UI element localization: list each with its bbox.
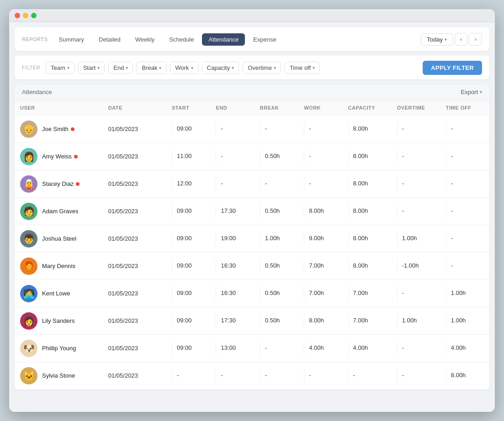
col-header-break: BREAK	[255, 100, 298, 116]
filter-start[interactable]: Start ▾	[78, 62, 105, 74]
timeoff-cell: 8.00h	[440, 362, 489, 389]
user-cell: 👩 Amy Weiss	[15, 143, 103, 170]
col-header-overtime: OVERTIME	[392, 100, 440, 116]
date-cell: 01/05/2023	[103, 143, 166, 170]
divider	[260, 287, 260, 300]
end-cell: 17:30	[210, 307, 254, 335]
work-cell: -	[298, 143, 342, 170]
work-cell: 8.00h	[298, 307, 342, 335]
work-cell: 8.00h	[298, 198, 342, 225]
user-name: Kent Lowe	[42, 290, 70, 297]
overtime-cell: -	[392, 116, 440, 143]
timeoff-cell: -	[440, 198, 489, 225]
filter-break[interactable]: Break ▾	[137, 62, 166, 74]
work-cell: 9.00h	[298, 225, 342, 253]
chevron-down-icon: ▾	[232, 65, 234, 70]
tab-schedule[interactable]: Schedule	[163, 33, 200, 46]
overtime-cell: -1.00h	[392, 253, 440, 280]
divider	[304, 259, 304, 273]
start-cell: 09:00	[166, 225, 210, 253]
capacity-cell: 8.00h	[343, 143, 392, 170]
user-cell: 🐶 Phillip Young	[15, 335, 103, 362]
divider	[172, 369, 172, 383]
table-row[interactable]: 🐶 Phillip Young 01/05/2023 09:00 13:00 -…	[15, 335, 489, 362]
col-header-timeoff: TIME OFF	[440, 100, 489, 116]
end-cell: -	[210, 362, 254, 389]
tab-attendance[interactable]: Attendance	[202, 33, 245, 46]
break-cell: 0.50h	[255, 253, 298, 280]
overtime-cell: 1.00h	[392, 225, 440, 253]
filter-work[interactable]: Work ▾	[170, 62, 198, 74]
divider	[348, 177, 349, 191]
export-button[interactable]: Export ▾	[461, 89, 482, 95]
filter-end[interactable]: End ▾	[108, 62, 133, 74]
apply-filter-button[interactable]: APPLY FILTER	[423, 61, 482, 75]
table-row[interactable]: 🧝 Stacey Diaz 01/05/2023 12:00 - - - 8.0…	[15, 170, 489, 198]
end-cell: 16:30	[210, 253, 254, 280]
work-cell: 7.00h	[298, 253, 342, 280]
table-row[interactable]: 🧑‍💻 Kent Lowe 01/05/2023 09:00 16:30 0.5…	[15, 280, 489, 307]
tab-summary[interactable]: Summary	[52, 33, 90, 46]
divider	[397, 122, 398, 136]
attendance-table-container: Attendance Export ▾ USER DATE START END …	[15, 84, 489, 389]
table-row[interactable]: 👩 Lily Sanders 01/05/2023 09:00 17:30 0.…	[15, 307, 489, 335]
today-button[interactable]: Today ▾	[421, 33, 453, 46]
user-cell: 🧝 Stacey Diaz	[15, 170, 103, 198]
table-row[interactable]: 👴 Joe Smith 01/05/2023 09:00 - - - 8.00h…	[15, 116, 489, 143]
capacity-cell: -	[343, 362, 392, 389]
maximize-icon[interactable]	[31, 13, 37, 18]
tab-weekly[interactable]: Weekly	[129, 33, 161, 46]
close-icon[interactable]	[15, 13, 20, 18]
tab-detailed[interactable]: Detailed	[92, 33, 127, 46]
table-row[interactable]: 🧑 Adam Graves 01/05/2023 09:00 17:30 0.5…	[15, 198, 489, 225]
minimize-icon[interactable]	[23, 13, 28, 18]
table-row[interactable]: 🐱 Sylvia Stone 01/05/2023 - - - - - -	[15, 362, 489, 389]
filter-overtime[interactable]: Overtime ▾	[243, 62, 281, 74]
divider	[397, 287, 398, 300]
divider	[216, 205, 216, 218]
work-cell: -	[298, 362, 342, 389]
break-cell: -	[255, 170, 298, 198]
divider	[397, 314, 398, 328]
divider	[216, 314, 216, 328]
overtime-cell: -	[392, 335, 440, 362]
overtime-cell: -	[392, 362, 440, 389]
table-row[interactable]: 👦 Joshua Steel 01/05/2023 09:00 19:00 1.…	[15, 225, 489, 253]
capacity-cell: 8.00h	[343, 225, 392, 253]
divider	[446, 369, 446, 383]
date-cell: 01/05/2023	[103, 362, 166, 389]
user-cell: 🧑 Adam Graves	[15, 198, 103, 225]
break-cell: 0.50h	[255, 280, 298, 307]
work-cell: -	[298, 170, 342, 198]
divider	[260, 342, 260, 355]
prev-arrow-button[interactable]: ‹	[455, 33, 467, 46]
table-header-bar: Attendance Export ▾	[15, 84, 489, 100]
next-arrow-button[interactable]: ›	[469, 33, 482, 46]
divider	[446, 314, 446, 328]
timeoff-cell: 1.00h	[440, 307, 489, 335]
user-name: Joe Smith	[42, 126, 69, 132]
filter-time-off[interactable]: Time off ▾	[285, 62, 320, 74]
table-row[interactable]: 🧑‍🦰 Mary Dennis 01/05/2023 09:00 16:30 0…	[15, 253, 489, 280]
filter-team[interactable]: Team ▾	[46, 62, 74, 74]
nav-right: Today ▾ ‹ ›	[421, 33, 482, 46]
tab-expense[interactable]: Expense	[247, 33, 283, 46]
divider	[348, 150, 349, 163]
avatar: 🐶	[20, 340, 37, 357]
divider	[304, 150, 304, 163]
avatar: 👩	[20, 148, 37, 165]
timeoff-cell: 4.00h	[440, 335, 489, 362]
table-row[interactable]: 👩 Amy Weiss 01/05/2023 11:00 - 0.50h - 8…	[15, 143, 489, 170]
divider	[446, 287, 446, 300]
divider	[172, 205, 172, 218]
start-cell: 11:00	[166, 143, 210, 170]
table-title: Attendance	[22, 89, 52, 95]
capacity-cell: 7.00h	[343, 280, 392, 307]
filter-capacity[interactable]: Capacity ▾	[202, 62, 239, 74]
avatar: 🐱	[20, 367, 37, 384]
end-cell: 17:30	[210, 198, 254, 225]
divider	[348, 232, 349, 246]
user-cell: 👦 Joshua Steel	[15, 225, 103, 253]
user-cell: 🧑‍🦰 Mary Dennis	[15, 253, 103, 280]
divider	[260, 314, 260, 328]
